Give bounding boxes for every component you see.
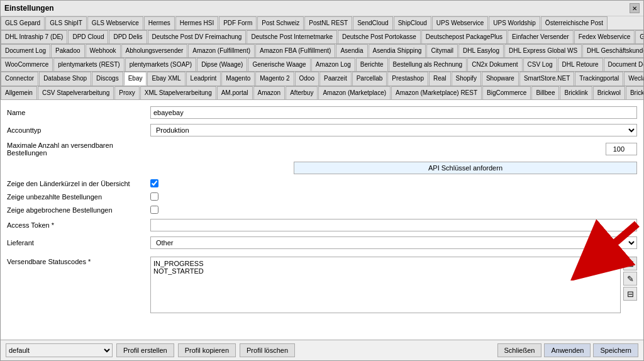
tab-plentymarkets-soap[interactable]: plentymarkets (SOAP): [125, 58, 196, 71]
tab-dhl-easylog[interactable]: DHL Easylog: [458, 44, 504, 57]
tab-sendcloud[interactable]: SendCloud: [353, 16, 392, 30]
tab-magento2[interactable]: Magento 2: [255, 72, 294, 86]
footer: default Profil erstellen Profil kopieren…: [1, 340, 643, 360]
tab-prestashop[interactable]: Prestashop: [387, 72, 428, 86]
tab-amazon[interactable]: Amazon: [253, 86, 286, 99]
api-key-button[interactable]: API Schlüssel anfordern: [294, 162, 637, 174]
tab-amazon-marketplace[interactable]: Amazon (Marketplace): [318, 86, 391, 99]
tab-billbee[interactable]: Billbee: [531, 86, 559, 99]
tab-berichte[interactable]: Berichte: [356, 58, 388, 71]
tab-real[interactable]: Real: [429, 72, 451, 86]
tab-post-schweiz[interactable]: Post Schweiz: [257, 16, 304, 30]
tab-dhl-intraship[interactable]: DHL Intraship 7 (DE): [1, 30, 67, 43]
tab-citymail[interactable]: Citymail: [426, 44, 458, 57]
tab-gls-webservice[interactable]: GLS Webservice: [87, 16, 143, 30]
tab-hermes[interactable]: Hermes: [144, 16, 175, 30]
tab-discogs[interactable]: Discogs: [92, 72, 123, 86]
tab-database-shop[interactable]: Database Shop: [39, 72, 91, 86]
status-codes-textarea[interactable]: IN_PROGRESS NOT_STARTED: [150, 257, 621, 313]
unpaid-checkbox[interactable]: [150, 192, 158, 201]
tab-gel-express[interactable]: GEL Express: [635, 30, 643, 43]
profile-select[interactable]: default: [6, 343, 113, 357]
tab-einfacher-versender[interactable]: Einfacher Versender: [508, 30, 574, 43]
tab-deutsche-post-porto[interactable]: Deutsche Post Portokasse: [338, 30, 421, 43]
tab-amazon-log[interactable]: Amazon Log: [311, 58, 355, 71]
tab-ebay-xml[interactable]: Ebay XML: [147, 72, 185, 86]
apply-button[interactable]: Anwenden: [544, 343, 591, 357]
tab-dpd-cloud[interactable]: DPD Cloud: [68, 30, 108, 43]
tab-paarzeit[interactable]: Paarzeit: [319, 72, 352, 86]
close-button[interactable]: Schließen: [497, 343, 542, 357]
tab-oesterreichische-post[interactable]: Österreichische Post: [541, 16, 608, 30]
delete-profile-button[interactable]: Profil löschen: [240, 343, 295, 357]
tab-brickwol[interactable]: Brickwol: [593, 86, 625, 99]
tab-dhl-express-global[interactable]: DHL Express Global WS: [504, 44, 582, 57]
delete-status-button[interactable]: ⊟: [623, 287, 637, 301]
tab-deutsche-post-internet[interactable]: Deutsche Post Internetmarke: [247, 30, 337, 43]
tab-generische-waage[interactable]: Generische Waage: [248, 58, 310, 71]
close-button[interactable]: ✕: [630, 3, 640, 13]
tab-document-log[interactable]: Document Log: [1, 44, 50, 57]
copy-profile-button[interactable]: Profil kopieren: [178, 343, 236, 357]
tab-pdf-form[interactable]: PDF Form: [219, 16, 257, 30]
tab-magento[interactable]: Magento: [221, 72, 255, 86]
tab-brickcout[interactable]: Brickcout: [626, 86, 643, 99]
tab-woocommerce[interactable]: WooCommerce: [1, 58, 53, 71]
tab-ups-worldship[interactable]: UPS Worldship: [489, 16, 540, 30]
name-input[interactable]: [150, 106, 637, 119]
country-code-checkbox[interactable]: [150, 179, 158, 187]
tab-allgemein[interactable]: Allgemein: [1, 86, 37, 99]
tab-amazon-fulfillment[interactable]: Amazon (Fulfillment): [188, 44, 255, 57]
tab-ups-webservice[interactable]: UPS Webservice: [432, 16, 488, 30]
tab-connector[interactable]: Connector: [1, 72, 38, 86]
tab-dhl-geschaeft[interactable]: DHL Geschäftskundenversand: [582, 44, 643, 57]
tab-leadprint[interactable]: Leadprint: [186, 72, 221, 86]
country-code-label: Zeige den Länderkürzel in der Übersicht: [7, 180, 145, 187]
tab-trackingportal[interactable]: Trackingportal: [575, 72, 623, 86]
tab-parcellab[interactable]: Parcellab: [352, 72, 387, 86]
tab-afterbuy[interactable]: Afterbuy: [286, 86, 318, 99]
tab-row-4: WooCommerce plentymarkets (REST) plentym…: [1, 58, 643, 72]
max-orders-input[interactable]: [606, 143, 637, 155]
tab-abholungsversender[interactable]: Abholungsversender: [121, 44, 188, 57]
tab-hermes-hsi[interactable]: Hermes HSI: [175, 16, 218, 30]
tab-asendia-shipping[interactable]: Asendia Shipping: [369, 44, 426, 57]
tab-shopify[interactable]: Shopify: [452, 72, 481, 86]
tab-asendia[interactable]: Asendia: [336, 44, 367, 57]
tab-odoo[interactable]: Odoo: [295, 72, 319, 86]
tab-smartstore[interactable]: SmartStore.NET: [519, 72, 574, 86]
save-button[interactable]: Speichern: [593, 343, 638, 357]
tab-dhl-retoure[interactable]: DHL Retoure: [558, 58, 603, 71]
tab-gls-shipit[interactable]: GLS ShipIT: [45, 16, 87, 30]
tab-plentymarkets-rest[interactable]: plentymarkets (REST): [53, 58, 124, 71]
tab-deutsche-post-dv[interactable]: Deutsche Post DV Freimachung: [148, 30, 247, 43]
tab-fedex-webservice[interactable]: Fedex Webservice: [574, 30, 635, 43]
create-profile-button[interactable]: Profil erstellen: [116, 343, 174, 357]
tab-bigcommerce[interactable]: BigCommerce: [482, 86, 531, 99]
tab-deutschepost-pp[interactable]: Deutschepost PackagePlus: [421, 30, 507, 43]
tab-shipcloud[interactable]: ShipCloud: [394, 16, 431, 30]
tab-cn2x[interactable]: CN2x Dokument: [467, 58, 522, 71]
tab-bricklink[interactable]: Bricklink: [560, 86, 592, 99]
tab-weclapp[interactable]: Weclapp: [624, 72, 643, 86]
tab-document-downloader[interactable]: Document Downloader: [604, 58, 643, 71]
tab-postnl-rest[interactable]: PostNL REST: [304, 16, 352, 30]
tab-webhook[interactable]: Webhook: [86, 44, 121, 57]
accounttype-select[interactable]: Produktion Sandbox: [150, 124, 637, 136]
tab-pakadoo[interactable]: Pakadoo: [51, 44, 84, 57]
tab-csv-stapel[interactable]: CSV Stapelverarbeitung: [38, 86, 114, 99]
tab-gls-gepard[interactable]: GLS Gepard: [1, 16, 45, 30]
red-arrow: [562, 218, 643, 280]
cancelled-checkbox[interactable]: [150, 206, 158, 214]
tab-proxy[interactable]: Proxy: [114, 86, 140, 99]
tab-dpd-delis[interactable]: DPD Delis: [109, 30, 147, 43]
tab-csv-log[interactable]: CSV Log: [523, 58, 557, 71]
tab-amazon-marketplace-rest[interactable]: Amazon (Marketplace) REST: [391, 86, 482, 99]
tab-dipse[interactable]: Dipse (Waage): [197, 58, 247, 71]
tab-am-portal[interactable]: AM.portal: [217, 86, 253, 99]
tab-amazon-fba[interactable]: Amazon FBA (Fulfillment): [255, 44, 335, 57]
tab-shopware[interactable]: Shopware: [482, 72, 519, 86]
tab-bestellung-rechnung[interactable]: Bestellung als Rechnung: [389, 58, 467, 71]
tab-xml-stapel[interactable]: XML Stapelverarbeitung: [140, 86, 216, 99]
tab-ebay[interactable]: Ebay: [124, 72, 147, 86]
